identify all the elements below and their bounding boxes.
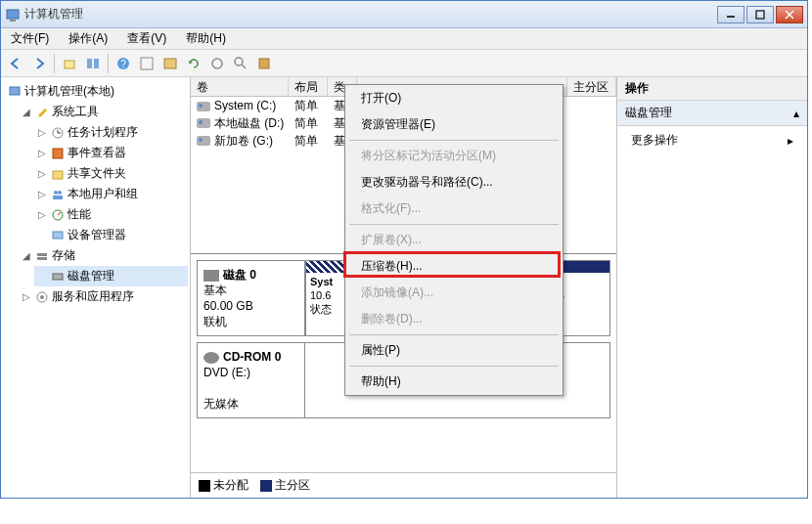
tool-button[interactable] — [159, 53, 181, 74]
context-menu-item: 扩展卷(X)... — [345, 227, 563, 253]
col-volume[interactable]: 卷 — [191, 77, 289, 96]
refresh-button[interactable] — [183, 53, 204, 74]
menu-action[interactable]: 操作(A) — [65, 28, 112, 49]
window-title: 计算机管理 — [24, 6, 717, 22]
svg-line-15 — [242, 65, 246, 68]
context-menu-separator — [349, 334, 559, 335]
users-icon — [50, 187, 66, 202]
volume-icon — [197, 118, 210, 128]
folder-icon — [50, 166, 66, 182]
legend: 未分配 主分区 — [191, 472, 616, 498]
tool-button[interactable] — [253, 53, 275, 74]
view-button[interactable] — [82, 53, 104, 74]
context-menu-separator — [349, 366, 559, 367]
context-menu-separator — [349, 224, 559, 225]
svg-point-14 — [235, 58, 243, 66]
svg-rect-17 — [10, 87, 20, 95]
context-menu-separator — [349, 140, 559, 141]
context-menu: 打开(O)资源管理器(E)将分区标记为活动分区(M)更改驱动器号和路径(C)..… — [344, 84, 564, 396]
svg-rect-28 — [53, 232, 63, 239]
svg-rect-12 — [164, 59, 176, 68]
volume-icon — [197, 102, 210, 111]
svg-text:?: ? — [120, 59, 126, 69]
disk-0-info[interactable]: 磁盘 0 基本 60.00 GB 联机 — [198, 261, 305, 335]
event-icon — [50, 146, 66, 161]
menu-view[interactable]: 查看(V) — [123, 28, 170, 49]
toolbar-sep — [108, 54, 109, 73]
svg-rect-8 — [94, 59, 99, 68]
close-button[interactable] — [776, 6, 803, 23]
context-menu-item[interactable]: 更改驱动器号和路径(C)... — [345, 169, 563, 196]
tree-root[interactable]: 计算机管理(本地) — [3, 81, 188, 102]
context-menu-item: 将分区标记为活动分区(M) — [345, 143, 563, 169]
find-button[interactable] — [230, 53, 251, 74]
context-menu-item: 添加镜像(A)... — [345, 280, 563, 306]
svg-line-27 — [58, 212, 61, 215]
context-menu-item[interactable]: 打开(O) — [345, 85, 563, 111]
toolbar: ? — [1, 50, 807, 77]
back-button[interactable] — [5, 53, 26, 74]
cdrom-info[interactable]: CD-ROM 0 DVD (E:) 无媒体 — [198, 343, 305, 417]
svg-point-23 — [54, 191, 58, 195]
svg-point-24 — [58, 191, 62, 195]
menu-file[interactable]: 文件(F) — [7, 28, 53, 49]
svg-rect-30 — [37, 257, 47, 260]
up-button[interactable] — [59, 53, 80, 74]
context-menu-item[interactable]: 压缩卷(H)... — [345, 253, 563, 280]
svg-rect-7 — [87, 59, 92, 68]
maximize-button[interactable] — [746, 6, 774, 23]
clock-icon — [50, 125, 66, 141]
app-icon — [5, 7, 21, 22]
expand-icon[interactable]: ▷ — [21, 291, 32, 302]
tree-services[interactable]: ▷ 服务和应用程序 — [19, 286, 188, 307]
minimize-button[interactable] — [717, 6, 744, 23]
svg-rect-21 — [53, 149, 63, 158]
context-menu-item[interactable]: 资源管理器(E) — [345, 111, 563, 138]
cdrom-icon — [203, 352, 219, 364]
collapse-icon[interactable]: ◢ — [21, 250, 32, 261]
tree-item-scheduler[interactable]: ▷任务计划程序 — [34, 122, 188, 143]
legend-primary-icon — [260, 480, 272, 492]
tree-item-users[interactable]: ▷本地用户和组 — [34, 184, 188, 204]
actions-section[interactable]: 磁盘管理 ▴ — [617, 101, 807, 126]
svg-point-13 — [212, 59, 222, 68]
services-icon — [34, 289, 50, 305]
actions-more[interactable]: 更多操作 ▸ — [617, 126, 807, 154]
disk-icon — [50, 269, 66, 284]
window-buttons — [717, 6, 803, 23]
svg-rect-31 — [53, 274, 63, 280]
svg-rect-25 — [53, 196, 63, 199]
legend-unallocated-icon — [199, 480, 210, 492]
actions-header: 操作 — [617, 77, 807, 101]
svg-rect-3 — [756, 11, 764, 19]
settings-button[interactable] — [206, 53, 228, 74]
volume-icon — [197, 136, 210, 146]
tree-item-devmgr[interactable]: 设备管理器 — [34, 225, 188, 245]
tree-item-diskmgmt[interactable]: 磁盘管理 — [34, 266, 188, 286]
tree-item-perf[interactable]: ▷性能 — [34, 204, 188, 225]
help-button[interactable]: ? — [113, 53, 134, 74]
chevron-right-icon: ▸ — [788, 134, 793, 148]
svg-rect-0 — [7, 10, 19, 19]
svg-rect-1 — [10, 20, 16, 22]
svg-rect-22 — [53, 171, 63, 179]
collapse-icon: ▴ — [793, 107, 799, 120]
col-layout[interactable]: 布局 — [289, 77, 328, 96]
context-menu-item[interactable]: 属性(P) — [345, 337, 563, 364]
tool-button[interactable] — [136, 53, 158, 74]
menu-help[interactable]: 帮助(H) — [182, 28, 230, 49]
svg-point-33 — [40, 295, 44, 299]
tree-item-shared[interactable]: ▷共享文件夹 — [34, 163, 188, 184]
collapse-icon[interactable]: ◢ — [21, 107, 32, 117]
tree-systools[interactable]: ◢ 系统工具 — [19, 102, 188, 122]
storage-icon — [34, 248, 50, 264]
context-menu-item[interactable]: 帮助(H) — [345, 369, 563, 395]
tools-icon — [34, 105, 50, 120]
forward-button[interactable] — [28, 53, 50, 74]
context-menu-item: 删除卷(D)... — [345, 306, 563, 332]
col-primary[interactable]: 主分区 — [567, 77, 616, 96]
tree-storage[interactable]: ◢ 存储 — [19, 245, 188, 266]
tree-item-eventviewer[interactable]: ▷事件查看器 — [34, 143, 188, 163]
svg-rect-6 — [65, 61, 74, 68]
titlebar: 计算机管理 — [1, 1, 807, 28]
